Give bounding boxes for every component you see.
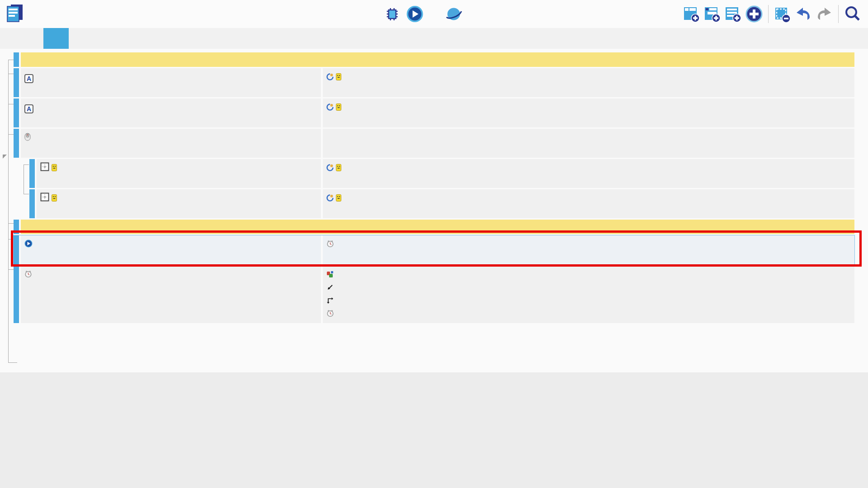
timer-icon [326, 239, 334, 251]
force-icon [326, 163, 334, 174]
conditions-cell[interactable] [21, 129, 321, 158]
tab-home[interactable] [0, 28, 18, 49]
subtree-tick [24, 164, 29, 165]
event-bar [14, 52, 19, 67]
delete-event-icon[interactable] [774, 4, 792, 24]
event-row-touch-mouse[interactable] [14, 129, 854, 158]
event-row-left-key[interactable]: A [14, 68, 854, 97]
tree-tick [8, 104, 14, 104]
debug-icon[interactable] [383, 4, 401, 24]
group-title[interactable] [21, 52, 854, 67]
tab-level1-events[interactable] [43, 28, 69, 49]
monster-object-icon [52, 193, 57, 205]
timer-icon [326, 309, 334, 320]
event-bar [14, 129, 19, 158]
event-bar [14, 99, 19, 127]
subevent-row-xpos-lt[interactable] [29, 189, 854, 218]
tree-elbow [8, 362, 17, 363]
tree-tick [8, 269, 14, 270]
collapse-arrow-icon[interactable] [3, 155, 7, 159]
actions-cell[interactable] [323, 189, 854, 218]
toolbar-separator [768, 5, 769, 23]
conditions-cell[interactable]: A [21, 68, 321, 97]
tree-tick [8, 223, 14, 224]
actions-cell[interactable] [323, 99, 854, 127]
actions-cell[interactable] [323, 235, 854, 264]
keyboard-icon: A [24, 104, 33, 113]
play-circle-icon [24, 239, 33, 251]
force-icon [326, 102, 334, 114]
actions-cell[interactable] [323, 159, 854, 188]
add-event-icon[interactable] [683, 4, 701, 24]
tree-line [8, 60, 9, 362]
conditions-cell[interactable] [37, 189, 321, 218]
tree-tick [8, 60, 14, 60]
app-logo-icon[interactable] [5, 3, 24, 26]
event-bar [14, 266, 19, 323]
actions-cell[interactable] [323, 266, 854, 323]
tree-tick [8, 74, 14, 74]
event-row-scene-begin[interactable] [14, 235, 854, 264]
event-row-timer[interactable] [14, 266, 854, 323]
play-preview-icon[interactable] [406, 4, 424, 24]
monster-object-icon [336, 193, 341, 205]
tree-tick [8, 239, 14, 239]
tree-tick [8, 134, 14, 135]
event-bar [29, 189, 35, 218]
subtree-tick [24, 194, 29, 194]
monster-object-icon [52, 163, 57, 174]
group-row-monster[interactable] [14, 52, 854, 67]
scale-icon [326, 296, 334, 307]
gdevelop-window: A A [0, 0, 868, 488]
publish-globe-icon[interactable] [445, 4, 463, 24]
position-icon [40, 192, 49, 205]
group-title[interactable] [21, 220, 854, 234]
actions-cell[interactable] [323, 68, 854, 97]
monster-object-icon [336, 163, 341, 174]
tab-bar [0, 28, 868, 49]
conditions-cell[interactable] [37, 159, 321, 188]
conditions-cell[interactable] [21, 235, 321, 264]
conditions-cell[interactable] [21, 266, 321, 323]
add-subevent-icon[interactable] [703, 4, 722, 24]
event-bar [14, 220, 19, 234]
undo-icon[interactable] [794, 4, 812, 24]
redo-icon[interactable] [815, 4, 833, 24]
group-row-shapes[interactable] [14, 220, 854, 234]
subevent-row-xpos-gt[interactable] [29, 159, 854, 188]
add-comment-icon[interactable] [724, 4, 742, 24]
event-row-right-key[interactable]: A [14, 99, 854, 127]
events-sheet: A A [0, 49, 868, 372]
event-bar [29, 159, 35, 188]
monster-object-icon [336, 102, 341, 114]
actions-cell[interactable] [323, 129, 854, 158]
search-icon[interactable] [844, 4, 862, 24]
main-toolbar [0, 0, 868, 28]
toolbar-separator [838, 5, 839, 23]
add-circle-icon[interactable] [745, 4, 763, 24]
angle-icon [326, 282, 334, 294]
create-object-icon [326, 269, 334, 281]
subtree-line [24, 164, 24, 194]
conditions-cell[interactable]: A [21, 99, 321, 127]
mouse-icon [24, 132, 31, 144]
event-bar [14, 68, 19, 97]
force-icon [326, 193, 334, 205]
keyboard-icon: A [24, 74, 33, 83]
tab-level1[interactable] [18, 28, 43, 49]
force-icon [326, 72, 334, 84]
position-icon [40, 162, 49, 174]
monster-object-icon [336, 72, 341, 84]
event-bar [14, 235, 19, 264]
timer-icon [24, 269, 32, 281]
